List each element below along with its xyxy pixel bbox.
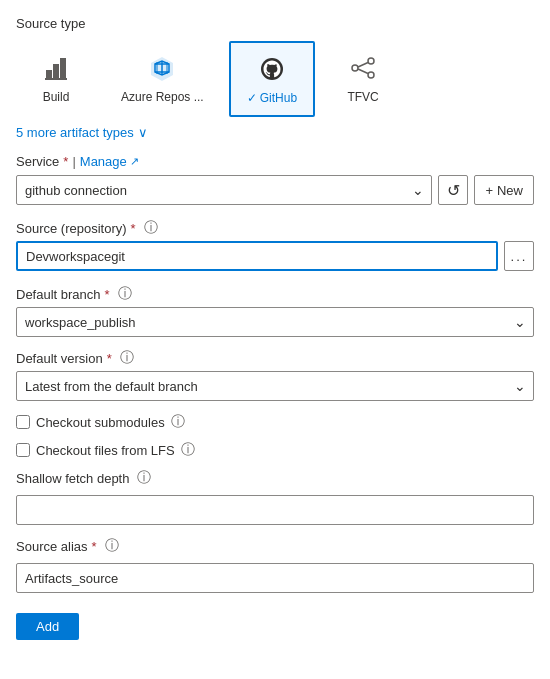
checkout-submodules-label: Checkout submodules	[36, 415, 165, 430]
svg-rect-2	[60, 58, 66, 78]
source-alias-required-star: *	[92, 539, 97, 554]
default-version-dropdown[interactable]: Latest from the default branch	[16, 371, 534, 401]
default-version-info-icon[interactable]: ⓘ	[120, 349, 134, 367]
default-branch-block: Default branch * ⓘ workspace_publish	[16, 285, 534, 337]
refresh-button[interactable]: ↺	[438, 175, 468, 205]
source-alias-block: Source alias * ⓘ	[16, 537, 534, 593]
source-repo-info-icon[interactable]: ⓘ	[144, 219, 158, 237]
source-repo-label: Source (repository) *	[16, 221, 136, 236]
checkout-submodules-row: Checkout submodules ⓘ	[16, 413, 534, 431]
source-type-tfvc[interactable]: TFVC	[323, 41, 403, 117]
service-dropdown-wrapper: github connection	[16, 175, 432, 205]
default-branch-dropdown[interactable]: workspace_publish	[16, 307, 534, 337]
svg-line-9	[358, 63, 368, 68]
service-required-star: *	[63, 154, 68, 169]
default-branch-info-icon[interactable]: ⓘ	[118, 285, 132, 303]
checkout-submodules-checkbox[interactable]	[16, 415, 30, 429]
svg-rect-0	[46, 70, 52, 78]
service-label: Service *	[16, 154, 68, 169]
service-dropdown[interactable]: github connection	[16, 175, 432, 205]
azure-repos-icon	[146, 52, 178, 84]
source-type-selector: Build Azure Repos ... ✓ GitHub	[16, 41, 534, 117]
repo-ellipsis-button[interactable]: ...	[504, 241, 534, 271]
shallow-fetch-info-icon[interactable]: ⓘ	[137, 469, 151, 487]
checkout-lfs-row: Checkout files from LFS ⓘ	[16, 441, 534, 459]
shallow-fetch-input[interactable]	[16, 495, 534, 525]
service-dropdown-row: github connection ↺ + New	[16, 175, 534, 205]
add-button[interactable]: Add	[16, 613, 79, 640]
github-icon	[256, 53, 288, 85]
shallow-fetch-label-row: Shallow fetch depth ⓘ	[16, 469, 534, 487]
github-label: ✓ GitHub	[247, 91, 297, 105]
svg-point-7	[368, 58, 374, 64]
more-artifact-types-link[interactable]: 5 more artifact types ∨	[16, 125, 534, 140]
default-version-required-star: *	[107, 351, 112, 366]
tfvc-icon	[347, 52, 379, 84]
plus-icon: +	[485, 183, 493, 198]
checkout-lfs-label: Checkout files from LFS	[36, 443, 175, 458]
checkout-lfs-info-icon[interactable]: ⓘ	[181, 441, 195, 459]
source-alias-info-icon[interactable]: ⓘ	[105, 537, 119, 555]
build-label: Build	[43, 90, 70, 104]
svg-rect-3	[45, 78, 67, 80]
source-repo-input-row: ...	[16, 241, 534, 271]
svg-point-8	[368, 72, 374, 78]
default-version-label-row: Default version * ⓘ	[16, 349, 534, 367]
source-type-label: Source type	[16, 16, 534, 31]
source-type-build[interactable]: Build	[16, 41, 96, 117]
shallow-fetch-block: Shallow fetch depth ⓘ	[16, 469, 534, 525]
new-button[interactable]: + New	[474, 175, 534, 205]
shallow-fetch-label: Shallow fetch depth	[16, 471, 129, 486]
default-version-block: Default version * ⓘ Latest from the defa…	[16, 349, 534, 401]
svg-line-10	[358, 69, 368, 74]
source-repo-block: Source (repository) * ⓘ ...	[16, 219, 534, 271]
default-version-label: Default version *	[16, 351, 112, 366]
checkout-lfs-checkbox[interactable]	[16, 443, 30, 457]
svg-rect-1	[53, 64, 59, 78]
build-icon	[40, 52, 72, 84]
source-type-azure-repos[interactable]: Azure Repos ...	[104, 41, 221, 117]
source-repo-input[interactable]	[16, 241, 498, 271]
source-alias-label: Source alias *	[16, 539, 97, 554]
source-type-github[interactable]: ✓ GitHub	[229, 41, 315, 117]
service-row: Service * | Manage ↗	[16, 154, 534, 169]
manage-link[interactable]: Manage ↗	[80, 154, 139, 169]
default-branch-required-star: *	[105, 287, 110, 302]
source-alias-label-row: Source alias * ⓘ	[16, 537, 534, 555]
azure-repos-label: Azure Repos ...	[121, 90, 204, 104]
source-repo-required-star: *	[131, 221, 136, 236]
default-branch-dropdown-wrapper: workspace_publish	[16, 307, 534, 337]
default-branch-label-row: Default branch * ⓘ	[16, 285, 534, 303]
source-alias-input[interactable]	[16, 563, 534, 593]
pipe-divider: |	[72, 154, 75, 169]
checkout-submodules-info-icon[interactable]: ⓘ	[171, 413, 185, 431]
refresh-icon: ↺	[447, 181, 460, 200]
svg-point-6	[352, 65, 358, 71]
default-version-dropdown-wrapper: Latest from the default branch	[16, 371, 534, 401]
tfvc-label: TFVC	[347, 90, 378, 104]
default-branch-label: Default branch *	[16, 287, 110, 302]
manage-external-icon: ↗	[130, 155, 139, 168]
source-repo-label-row: Source (repository) * ⓘ	[16, 219, 534, 237]
